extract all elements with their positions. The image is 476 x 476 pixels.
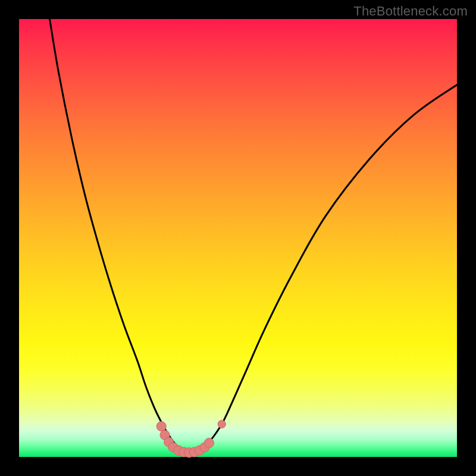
curve-marker [218, 420, 226, 428]
plot-area [19, 19, 457, 457]
curve-path [50, 19, 457, 452]
curve-marker [156, 421, 166, 431]
watermark-label: TheBottleneck.com [353, 4, 468, 19]
curve-marker [204, 438, 214, 447]
bottleneck-curve [19, 19, 457, 457]
chart-frame: TheBottleneck.com [0, 0, 476, 476]
marker-group [156, 420, 226, 458]
